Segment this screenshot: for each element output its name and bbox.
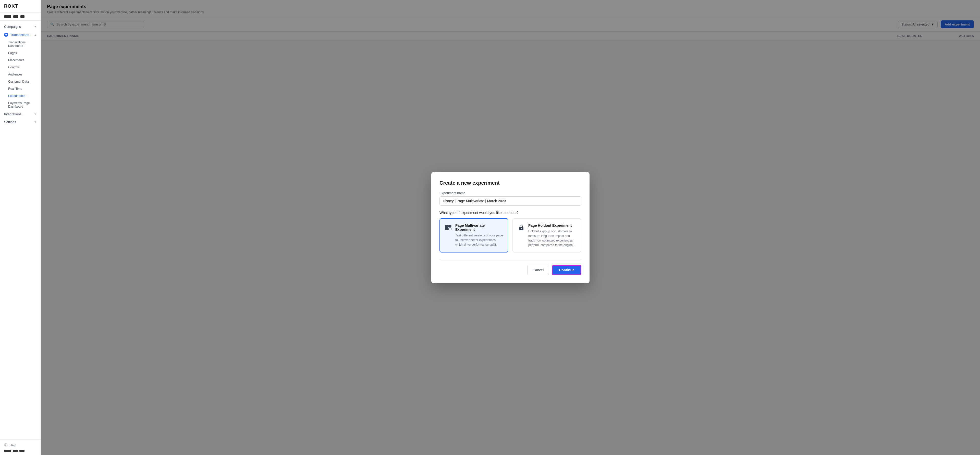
option-page-holdout[interactable]: Page Holdout Experiment Holdout a group … (512, 218, 581, 252)
sidebar-item-settings[interactable]: Settings ▼ (0, 118, 41, 126)
sidebar-nav: Campaigns ▼ Transactions ▲ Transactions … (0, 21, 41, 439)
sidebar: ROKT Campaigns ▼ Transactions ▲ Transact… (0, 0, 41, 455)
sidebar-item-integrations[interactable]: Integrations ▼ (0, 110, 41, 118)
option-page-holdout-desc: Holdout a group of customers to measure … (528, 229, 576, 247)
continue-button[interactable]: Continue (552, 265, 581, 275)
modal-overlay: Create a new experiment Experiment name … (41, 0, 980, 455)
sidebar-user-bar (0, 13, 41, 21)
chevron-up-icon: ▲ (34, 33, 37, 36)
sidebar-item-audiences[interactable]: Audiences (0, 71, 41, 78)
help-label: Help (10, 443, 16, 447)
user-avatar-block (4, 15, 11, 18)
help-button[interactable]: ⓪ Help (4, 443, 37, 447)
option-page-multivariate-desc: Test different versions of your page to … (455, 233, 503, 247)
user-role-block (21, 15, 24, 18)
svg-rect-1 (449, 225, 451, 227)
experiment-name-input[interactable] (439, 197, 581, 206)
bottom-block-3 (19, 450, 24, 452)
experiment-type-question: What type of experiment would you like t… (439, 211, 581, 215)
sidebar-item-payments-page-dashboard[interactable]: Payments Page Dashboard (0, 100, 41, 110)
page-multivariate-icon (445, 224, 452, 233)
sidebar-settings-label: Settings (4, 120, 16, 124)
experiment-name-label: Experiment name (439, 191, 581, 195)
svg-rect-0 (445, 225, 448, 230)
svg-rect-4 (520, 228, 522, 229)
sidebar-item-customer-data[interactable]: Customer Data (0, 78, 41, 85)
user-name-block (13, 15, 18, 18)
sidebar-item-controls[interactable]: Controls (0, 64, 41, 71)
sidebar-item-transactions[interactable]: Transactions ▲ (0, 31, 41, 39)
main-content: Page experiments Create different experi… (41, 0, 980, 455)
bottom-block-2 (13, 450, 18, 452)
page-holdout-icon (517, 224, 525, 233)
sidebar-item-pages[interactable]: Pages (0, 49, 41, 57)
sidebar-item-transactions-dashboard[interactable]: Transactions Dashboard (0, 39, 41, 49)
sidebar-bottom-bar (4, 450, 37, 452)
transactions-icon (4, 33, 8, 37)
bottom-block-1 (4, 450, 11, 452)
sidebar-campaigns-label: Campaigns (4, 25, 21, 29)
sidebar-item-experiments[interactable]: Experiments (0, 92, 41, 100)
modal-title: Create a new experiment (439, 180, 581, 186)
create-experiment-modal: Create a new experiment Experiment name … (431, 172, 590, 283)
experiment-options: Page Multivariate Experiment Test differ… (439, 218, 581, 252)
svg-rect-2 (449, 228, 451, 230)
chevron-down-icon-settings: ▼ (34, 120, 37, 124)
sidebar-item-placements[interactable]: Placements (0, 57, 41, 64)
chevron-down-icon: ▼ (34, 25, 37, 28)
option-page-holdout-title: Page Holdout Experiment (528, 224, 576, 227)
modal-footer: Cancel Continue (439, 260, 581, 275)
app-logo: ROKT (0, 0, 41, 13)
sidebar-integrations-label: Integrations (4, 112, 21, 116)
cancel-button[interactable]: Cancel (527, 265, 549, 275)
sidebar-item-campaigns[interactable]: Campaigns ▼ (0, 23, 41, 31)
sidebar-item-real-time[interactable]: Real-Time (0, 85, 41, 92)
option-page-multivariate[interactable]: Page Multivariate Experiment Test differ… (439, 218, 508, 252)
chevron-down-icon-integrations: ▼ (34, 113, 37, 116)
sidebar-transactions-label: Transactions (10, 33, 29, 37)
option-page-multivariate-title: Page Multivariate Experiment (455, 224, 503, 231)
help-icon: ⓪ (4, 443, 7, 447)
sidebar-bottom: ⓪ Help (0, 439, 41, 455)
